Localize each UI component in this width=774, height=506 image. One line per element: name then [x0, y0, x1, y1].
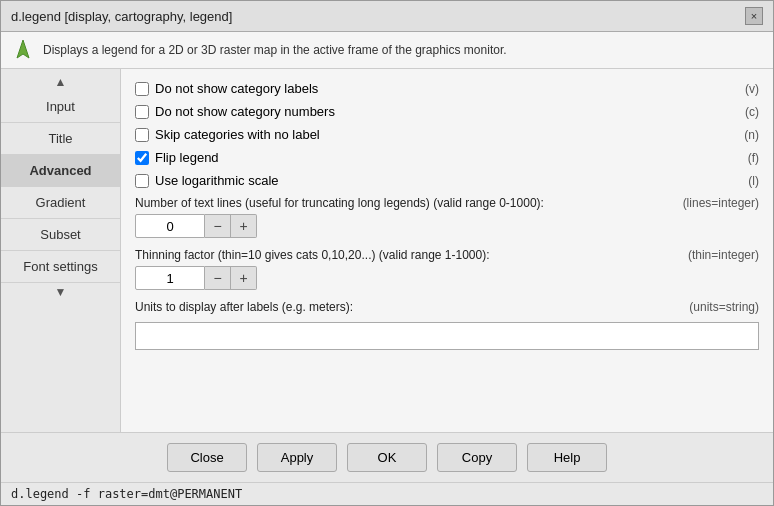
window-title: d.legend [display, cartography, legend] — [11, 9, 232, 24]
sidebar-item-subset[interactable]: Subset — [1, 219, 120, 251]
option-row-4: Use logarithmic scale (l) — [135, 173, 759, 188]
option-row-2: Skip categories with no label (n) — [135, 127, 759, 142]
option-shortcut-3: (f) — [748, 151, 759, 165]
thin-plus-button[interactable]: + — [231, 266, 257, 290]
info-bar: Displays a legend for a 2D or 3D raster … — [1, 32, 773, 69]
title-bar: d.legend [display, cartography, legend] … — [1, 1, 773, 32]
thin-input[interactable] — [135, 266, 205, 290]
option-text-2: Skip categories with no label — [155, 127, 320, 142]
sidebar-item-font-settings[interactable]: Font settings — [1, 251, 120, 283]
param-units: Units to display after labels (e.g. mete… — [135, 300, 759, 350]
option-label-1[interactable]: Do not show category numbers — [135, 104, 739, 119]
main-content: ▲ Input Title Advanced Gradient Subset F… — [1, 69, 773, 432]
option-checkbox-0[interactable] — [135, 82, 149, 96]
option-checkbox-2[interactable] — [135, 128, 149, 142]
option-checkbox-3[interactable] — [135, 151, 149, 165]
sidebar-scroll-up[interactable]: ▲ — [55, 73, 67, 91]
option-text-1: Do not show category numbers — [155, 104, 335, 119]
sidebar-scroll-down[interactable]: ▼ — [55, 283, 67, 301]
option-shortcut-4: (l) — [748, 174, 759, 188]
param-lines-label: Number of text lines (useful for truncat… — [135, 196, 544, 210]
help-button[interactable]: Help — [527, 443, 607, 472]
option-label-4[interactable]: Use logarithmic scale — [135, 173, 742, 188]
window-close-button[interactable]: × — [745, 7, 763, 25]
sidebar-item-input[interactable]: Input — [1, 91, 120, 123]
param-units-hint: (units=string) — [689, 300, 759, 314]
option-label-3[interactable]: Flip legend — [135, 150, 742, 165]
sidebar-item-advanced[interactable]: Advanced — [1, 155, 120, 187]
status-command: d.legend -f raster=dmt@PERMANENT — [11, 487, 242, 501]
units-input[interactable] — [135, 322, 759, 350]
content-area: Do not show category labels (v) Do not s… — [121, 69, 773, 432]
copy-button[interactable]: Copy — [437, 443, 517, 472]
spinner-lines: − + — [135, 214, 759, 238]
lines-plus-button[interactable]: + — [231, 214, 257, 238]
grass-icon — [11, 38, 35, 62]
sidebar: ▲ Input Title Advanced Gradient Subset F… — [1, 69, 121, 432]
button-bar: Close Apply OK Copy Help — [1, 432, 773, 482]
param-thin-label: Thinning factor (thin=10 gives cats 0,10… — [135, 248, 490, 262]
option-checkbox-4[interactable] — [135, 174, 149, 188]
option-shortcut-2: (n) — [744, 128, 759, 142]
param-lines-hint: (lines=integer) — [683, 196, 759, 210]
apply-button[interactable]: Apply — [257, 443, 337, 472]
close-button[interactable]: Close — [167, 443, 247, 472]
sidebar-item-title[interactable]: Title — [1, 123, 120, 155]
option-label-2[interactable]: Skip categories with no label — [135, 127, 738, 142]
info-description: Displays a legend for a 2D or 3D raster … — [43, 43, 507, 57]
param-lines: Number of text lines (useful for truncat… — [135, 196, 759, 238]
status-bar: d.legend -f raster=dmt@PERMANENT — [1, 482, 773, 505]
option-row-1: Do not show category numbers (c) — [135, 104, 759, 119]
thin-minus-button[interactable]: − — [205, 266, 231, 290]
option-shortcut-1: (c) — [745, 105, 759, 119]
option-shortcut-0: (v) — [745, 82, 759, 96]
option-text-4: Use logarithmic scale — [155, 173, 279, 188]
lines-minus-button[interactable]: − — [205, 214, 231, 238]
option-text-0: Do not show category labels — [155, 81, 318, 96]
ok-button[interactable]: OK — [347, 443, 427, 472]
svg-marker-0 — [17, 40, 29, 58]
param-units-label: Units to display after labels (e.g. mete… — [135, 300, 353, 314]
option-text-3: Flip legend — [155, 150, 219, 165]
option-row-0: Do not show category labels (v) — [135, 81, 759, 96]
param-thin-hint: (thin=integer) — [688, 248, 759, 262]
lines-input[interactable] — [135, 214, 205, 238]
spinner-thin: − + — [135, 266, 759, 290]
option-label-0[interactable]: Do not show category labels — [135, 81, 739, 96]
param-thin: Thinning factor (thin=10 gives cats 0,10… — [135, 248, 759, 290]
sidebar-item-gradient[interactable]: Gradient — [1, 187, 120, 219]
option-row-3: Flip legend (f) — [135, 150, 759, 165]
main-window: d.legend [display, cartography, legend] … — [0, 0, 774, 506]
option-checkbox-1[interactable] — [135, 105, 149, 119]
